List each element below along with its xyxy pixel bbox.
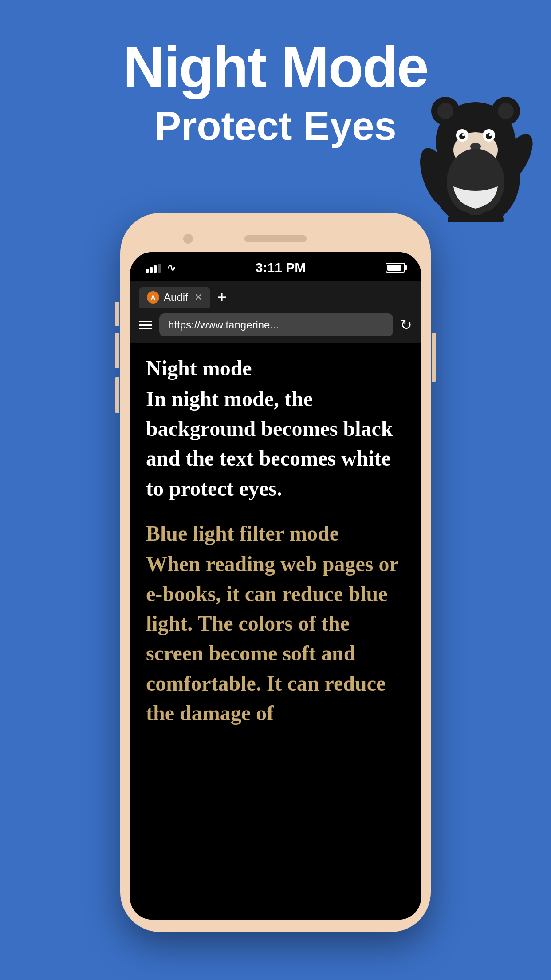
phone-body: ∿ 3:11 PM A <box>120 213 431 932</box>
signal-bars <box>146 263 161 273</box>
signal-bar-3 <box>154 265 157 273</box>
svg-point-12 <box>489 134 492 136</box>
hamburger-line-2 <box>139 324 152 326</box>
signal-bar-2 <box>150 267 153 273</box>
phone-camera <box>183 234 193 244</box>
tab-close-button[interactable]: ✕ <box>194 292 202 303</box>
signal-bar-4 <box>158 264 161 273</box>
browser-tab-active[interactable]: A Audif ✕ <box>139 287 210 308</box>
browser-tabs: A Audif ✕ + <box>139 287 412 308</box>
status-left: ∿ <box>146 261 176 274</box>
tab-favicon: A <box>147 291 159 304</box>
phone-volume-up-button <box>115 333 119 368</box>
content-body-2: When reading web pages or e-books, it ca… <box>146 549 405 728</box>
content-heading-1: Night mode <box>146 356 405 380</box>
refresh-button[interactable]: ↻ <box>400 316 412 333</box>
phone-mockup: ∿ 3:11 PM A <box>120 213 431 932</box>
browser-address-bar: https://www.tangerine... ↻ <box>139 313 412 336</box>
phone-top-bar <box>130 225 421 252</box>
hamburger-line-3 <box>139 328 152 329</box>
phone-screen: ∿ 3:11 PM A <box>130 252 421 920</box>
tab-add-button[interactable]: + <box>217 288 227 307</box>
page-background: Night Mode Protect Eyes <box>0 0 551 980</box>
content-heading-2: Blue light filter mode <box>146 521 405 545</box>
hamburger-menu-button[interactable] <box>139 321 152 329</box>
battery-fill <box>387 265 401 271</box>
address-bar-input[interactable]: https://www.tangerine... <box>159 313 393 336</box>
svg-point-11 <box>462 134 465 136</box>
bear-mascot <box>413 89 538 222</box>
browser-content: Night mode In night mode, the background… <box>130 343 421 920</box>
status-right <box>386 263 405 273</box>
phone-speaker <box>244 235 307 242</box>
svg-point-4 <box>437 103 453 119</box>
svg-point-5 <box>498 103 514 119</box>
tab-label: Audif <box>164 291 188 304</box>
phone-power-button <box>432 333 436 382</box>
status-time: 3:11 PM <box>256 260 306 275</box>
phone-mute-button <box>115 302 119 326</box>
content-body-1: In night mode, the background becomes bl… <box>146 384 405 503</box>
browser-chrome: A Audif ✕ + https://www.tan <box>130 281 421 343</box>
signal-bar-1 <box>146 269 149 273</box>
phone-volume-down-button <box>115 377 119 413</box>
wifi-icon: ∿ <box>167 261 176 274</box>
status-bar: ∿ 3:11 PM <box>130 252 421 281</box>
hamburger-line-1 <box>139 321 152 322</box>
battery-icon <box>386 263 405 273</box>
